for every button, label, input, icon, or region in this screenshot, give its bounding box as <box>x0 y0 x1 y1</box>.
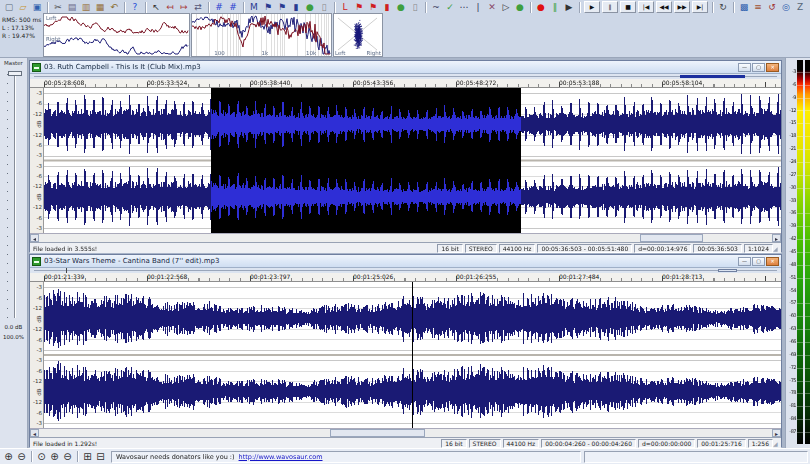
erase-tool-icon[interactable]: ✕ <box>485 1 499 13</box>
scrollbar-track[interactable] <box>39 234 772 242</box>
validate-tool-icon[interactable]: ✓ <box>443 1 457 13</box>
meter-db-label: -69 <box>786 351 796 357</box>
zoom-whole-icon[interactable]: # <box>226 1 240 13</box>
scrollbar-thumb[interactable] <box>330 429 425 437</box>
insert-marker-icon[interactable]: M <box>247 1 261 13</box>
scroll-left-arrow[interactable]: ◂ <box>30 234 39 242</box>
batch-processor-icon[interactable]: ▩ <box>737 1 751 13</box>
undo-icon[interactable]: ↶ <box>107 1 121 13</box>
loop-start-icon[interactable]: ⚑ <box>352 1 366 13</box>
window1-time-ruler[interactable]: 00:05:28:60800:05:33:52400:05:38:44000:0… <box>30 79 781 88</box>
marker-lock-icon[interactable]: ● <box>303 1 317 13</box>
swap-selection-points-icon[interactable]: ⇄ <box>191 1 205 13</box>
play-selection-icon[interactable]: ▷ <box>499 1 513 13</box>
window1-scrollbar[interactable]: ◂ ▸ <box>30 233 781 242</box>
resample-tool-icon[interactable]: Z <box>793 1 807 13</box>
delete-loops-icon[interactable]: ▯ <box>408 1 422 13</box>
selection-lock-icon[interactable]: ● <box>513 1 527 13</box>
restore-button[interactable]: ▢ <box>752 63 765 72</box>
play-icon[interactable]: ▶ <box>584 1 600 13</box>
master-fader-thumb[interactable] <box>8 71 22 76</box>
scroll-left-arrow[interactable]: ◂ <box>30 429 39 437</box>
ruler-tick: 00:05:38:440 <box>250 79 290 86</box>
draw-tool-icon[interactable]: ~ <box>429 1 443 13</box>
zoom-to-selection-icon[interactable]: ⊙ <box>35 451 48 463</box>
document-icon <box>32 63 41 72</box>
loop-playback-icon[interactable]: ↻ <box>716 1 730 13</box>
meter-db-label: -24 <box>786 158 796 164</box>
overview-thumb[interactable] <box>718 269 738 272</box>
restore-button[interactable]: ▢ <box>752 257 765 266</box>
delete-markers-icon[interactable]: ▯ <box>317 1 331 13</box>
play-indicator-icon[interactable]: ▶ <box>562 1 576 13</box>
stop-icon[interactable]: ■ <box>620 1 636 13</box>
zoom-out-icon[interactable]: ⊖ <box>15 451 28 463</box>
master-gain-percent: 100.0% <box>0 334 27 340</box>
file-list-icon[interactable]: ≡ <box>751 1 765 13</box>
minimize-button[interactable]: — <box>738 63 751 72</box>
cut-icon[interactable]: ✂ <box>51 1 65 13</box>
fast-forward-icon[interactable]: ▶▶ <box>674 1 690 13</box>
scroll-right-arrow[interactable]: ▸ <box>772 234 781 242</box>
overview-thumb[interactable] <box>680 75 745 78</box>
line-tool-icon[interactable]: | <box>471 1 485 13</box>
pause-icon[interactable]: ∥ <box>602 1 618 13</box>
window2-time-ruler[interactable]: 00:01:21:33900:01:22:56800:01:23:79700:0… <box>30 273 781 282</box>
go-to-end-icon[interactable]: ▶| <box>692 1 708 13</box>
minimize-button[interactable]: — <box>738 257 751 266</box>
window2-waveform[interactable] <box>44 282 781 428</box>
record-icon[interactable]: ● <box>534 1 548 13</box>
close-button[interactable]: ✕ <box>766 257 779 266</box>
db-scale-label: -3 <box>37 347 42 353</box>
scroll-right-arrow[interactable]: ▸ <box>772 429 781 437</box>
reload-file-icon[interactable]: ↺ <box>765 1 779 13</box>
interpolate-tool-icon[interactable]: ⋯ <box>457 1 471 13</box>
resize-grip[interactable]: ◢ <box>773 245 781 252</box>
zoom-selection-icon[interactable]: # <box>212 1 226 13</box>
meter-db-label: -42 <box>786 235 796 241</box>
master-gain-db: 0.0 dB <box>0 324 27 330</box>
go-to-start-icon[interactable]: |◀ <box>638 1 654 13</box>
loop-end-icon[interactable]: ⚑ <box>366 1 380 13</box>
db-scale-label: -6 <box>37 337 42 343</box>
loop-lock-icon[interactable]: ● <box>394 1 408 13</box>
paste-mix-icon[interactable]: ▦ <box>93 1 107 13</box>
master-fader-track[interactable] <box>14 74 16 318</box>
meter-db-label: -12 <box>786 107 796 113</box>
scrollbar-thumb[interactable] <box>640 234 703 242</box>
window2-scrollbar[interactable]: ◂ ▸ <box>30 428 781 437</box>
paste-icon[interactable]: ▥ <box>79 1 93 13</box>
copy-icon[interactable]: ▤ <box>65 1 79 13</box>
previous-marker-icon[interactable]: ⚑ <box>261 1 275 13</box>
rewind-icon[interactable]: ◀◀ <box>656 1 672 13</box>
insert-loop-icon[interactable]: L <box>338 1 352 13</box>
scrollbar-track[interactable] <box>39 429 772 437</box>
cursor-to-start-icon[interactable]: ↤ <box>163 1 177 13</box>
help-icon[interactable]: ? <box>128 1 142 13</box>
marker-pair-icon[interactable]: ▮ <box>289 1 303 13</box>
db-scale-label: dB <box>35 315 41 322</box>
wavosaur-link[interactable]: http://www.wavosaur.com <box>239 453 323 461</box>
pointer-tool-icon[interactable]: ↖ <box>149 1 163 13</box>
zoom-vertical-out-icon[interactable]: ⊖ <box>61 451 74 463</box>
loop-pair-icon[interactable]: ▮ <box>380 1 394 13</box>
close-button[interactable]: ✕ <box>766 63 779 72</box>
cursor-to-end-icon[interactable]: ↦ <box>177 1 191 13</box>
save-file-icon[interactable]: ▣ <box>30 1 44 13</box>
analysis-tools-icon[interactable]: ◎ <box>779 1 793 13</box>
snap-toggle-icon[interactable]: ⊞ <box>81 451 94 463</box>
toolbar-area: ▢▱▣✂▤▥▦↶?↖↤↦⇄##M⚑⚑▮●▯L⚑⚑▮●▯~✓⋯|✕▷●●∥▶▶∥■… <box>0 0 810 58</box>
zoom-in-icon[interactable]: ⊕ <box>2 451 15 463</box>
window2-titlebar[interactable]: 03-Star Wars Theme - Cantina Band (7'' e… <box>30 255 781 268</box>
open-folder-icon[interactable]: ▱ <box>16 1 30 13</box>
window1-waveform[interactable] <box>44 88 781 233</box>
resize-grip[interactable]: ◢ <box>773 440 781 447</box>
pause-indicator-icon[interactable]: ∥ <box>548 1 562 13</box>
new-file-icon[interactable]: ▢ <box>2 1 16 13</box>
zoom-vertical-in-icon[interactable]: ⊕ <box>48 451 61 463</box>
grid-toggle-icon[interactable]: ⊟ <box>94 451 107 463</box>
next-marker-icon[interactable]: ⚑ <box>275 1 289 13</box>
db-scale-label: -3 <box>37 284 42 290</box>
window1-titlebar[interactable]: 03. Ruth Campbell - This Is It (Club Mix… <box>30 61 781 74</box>
ruler-tick: 00:05:33:524 <box>147 79 187 86</box>
